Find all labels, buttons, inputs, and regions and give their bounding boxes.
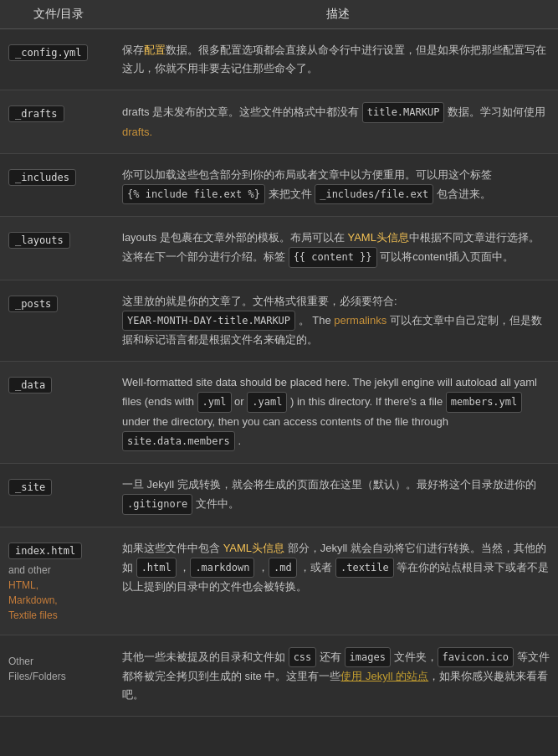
file-cell-data: _data xyxy=(0,370,117,397)
code-tag: .md xyxy=(269,558,297,578)
file-cell-index: index.html and other HTML, Markdown, Tex… xyxy=(0,536,117,626)
file-cell-config: _config.yml xyxy=(0,38,117,64)
yaml-highlight: YAML xyxy=(347,231,376,244)
drafts-link[interactable]: drafts. xyxy=(122,126,152,138)
highlight: 头信息 xyxy=(252,542,284,554)
file-cell-drafts: _drafts xyxy=(0,99,117,126)
desc-cell-includes: 你可以加载这些包含部分到你的布局或者文章中以方便重用。可以用这个标签 {% in… xyxy=(117,162,558,208)
yaml-highlight: YAML xyxy=(223,542,252,554)
code-tag: title.MARKUP xyxy=(362,102,445,122)
table-row: _posts 这里放的就是你的文章了。文件格式很重要，必须要符合: YEAR-M… xyxy=(0,280,558,363)
desc-cell-drafts: drafts 是未发布的文章。这些文件的格式中都没有 title.MARKUP … xyxy=(117,99,558,144)
code-tag: .textile xyxy=(335,558,394,578)
code-tag: {% include file.ext %} xyxy=(122,184,265,204)
file-badge-posts: _posts xyxy=(8,296,58,312)
file-badge-site: _site xyxy=(8,479,52,496)
code-tag: favicon.ico xyxy=(438,647,514,667)
code-tag: members.yml xyxy=(446,392,522,412)
highlight: 配置 xyxy=(144,44,166,56)
code-tag: .markdown xyxy=(190,558,254,578)
header-file-col: 文件/目录 xyxy=(0,7,117,22)
table-row: _drafts drafts 是未发布的文章。这些文件的格式中都没有 title… xyxy=(0,90,558,153)
permalinks-link[interactable]: permalinks xyxy=(334,314,387,327)
desc-cell-posts: 这里放的就是你的文章了。文件格式很重要，必须要符合: YEAR-MONTH-DA… xyxy=(117,289,558,353)
jekyll-sites-link[interactable]: 使用 Jekyll 的站点 xyxy=(340,670,428,682)
file-badge-layouts: _layouts xyxy=(8,232,70,249)
code-tag: _includes/file.ext xyxy=(315,184,433,204)
table-row: _config.yml 保存配置数据。很多配置选项都会直接从命令行中进行设置，但… xyxy=(0,29,558,90)
file-cell-site: _site xyxy=(0,472,117,499)
code-tag: .yaml xyxy=(247,392,287,412)
file-extra-index: and other HTML, Markdown, Textile files xyxy=(8,563,58,623)
code-tag: YEAR-MONTH-DAY-title.MARKUP xyxy=(122,311,295,331)
highlight: 头信息 xyxy=(376,231,409,244)
code-tag: .yml xyxy=(197,392,232,412)
table-row: index.html and other HTML, Markdown, Tex… xyxy=(0,527,558,635)
code-tag: css xyxy=(289,647,317,667)
table-row: _includes 你可以加载这些包含部分到你的布局或者文章中以方便重用。可以用… xyxy=(0,154,558,217)
desc-cell-data: Well-formatted site data should be place… xyxy=(117,370,558,455)
table-row: _layouts layouts 是包裹在文章外部的模板。布局可以在 YAML头… xyxy=(0,217,558,280)
code-tag: {{ content }} xyxy=(289,247,377,267)
file-badge-drafts: _drafts xyxy=(8,105,64,122)
table-row: _site 一旦 Jekyll 完成转换，就会将生成的页面放在这里（默认）。最好… xyxy=(0,464,558,527)
desc-cell-other: 其他一些未被提及的目录和文件如 css 还有 images 文件夹，favico… xyxy=(117,644,558,708)
table-row: _data Well-formatted site data should be… xyxy=(0,362,558,464)
file-cell-layouts: _layouts xyxy=(0,225,117,252)
desc-cell-config: 保存配置数据。很多配置选项都会直接从命令行中进行设置，但是如果你把那些配置写在这… xyxy=(117,38,558,81)
code-tag: .gitignore xyxy=(122,494,192,514)
desc-cell-site: 一旦 Jekyll 完成转换，就会将生成的页面放在这里（默认）。最好将这个目录放… xyxy=(117,472,558,517)
code-tag: site.data.members xyxy=(122,431,235,451)
table-row: Other Files/Folders 其他一些未被提及的目录和文件如 css … xyxy=(0,635,558,717)
code-tag: .html xyxy=(136,558,177,578)
file-cell-other: Other Files/Folders xyxy=(0,644,117,687)
file-badge-includes: _includes xyxy=(8,169,76,186)
file-badge-index: index.html xyxy=(8,543,82,559)
file-cell-includes: _includes xyxy=(0,162,117,189)
file-badge-config: _config.yml xyxy=(8,44,88,61)
file-extra-other: Other Files/Folders xyxy=(8,654,66,684)
table-header: 文件/目录 描述 xyxy=(0,0,558,29)
header-desc-col: 描述 xyxy=(117,7,558,22)
desc-cell-index: 如果这些文件中包含 YAML头信息 部分，Jekyll 就会自动将它们进行转换。… xyxy=(117,536,558,600)
file-badge-data: _data xyxy=(8,377,52,393)
desc-cell-layouts: layouts 是包裹在文章外部的模板。布局可以在 YAML头信息中根据不同文章… xyxy=(117,225,558,270)
file-cell-posts: _posts xyxy=(0,289,117,316)
code-tag: images xyxy=(345,647,391,667)
